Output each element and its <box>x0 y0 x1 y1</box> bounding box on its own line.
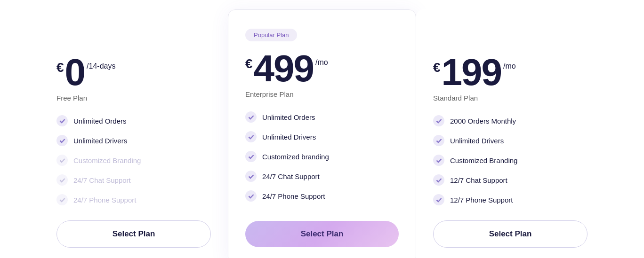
check-icon-1 <box>433 135 444 146</box>
feature-label-3: 24/7 Chat Support <box>262 172 320 180</box>
popular-badge: Popular Plan <box>245 29 297 41</box>
feature-item-0: Unlimited Orders <box>245 111 399 123</box>
currency: € <box>56 60 64 75</box>
check-icon-2 <box>433 155 444 166</box>
feature-item-3: 24/7 Chat Support <box>245 171 399 182</box>
feature-label-2: Customized Branding <box>73 156 141 164</box>
check-icon-1 <box>245 131 257 142</box>
feature-item-2: Customized Branding <box>433 155 588 166</box>
feature-label-0: Unlimited Orders <box>262 113 315 121</box>
feature-item-3: 12/7 Chat Support <box>433 174 588 186</box>
plan-card-enterprise: Popular Plan € 499 /mo Enterprise Plan U… <box>228 9 416 258</box>
feature-label-3: 12/7 Chat Support <box>450 176 507 184</box>
features-list: Unlimited Orders Unlimited Drivers Custo… <box>245 111 399 206</box>
feature-item-2: Customized Branding <box>56 155 211 166</box>
check-icon-0 <box>245 111 257 123</box>
check-icon-4 <box>433 194 444 205</box>
period: /14-days <box>87 62 115 70</box>
feature-item-3: 24/7 Chat Support <box>56 174 211 186</box>
select-plan-button[interactable]: Select Plan <box>433 220 588 248</box>
check-icon-1 <box>56 135 68 146</box>
amount: 499 <box>254 50 314 87</box>
feature-item-2: Customized branding <box>245 151 399 162</box>
currency: € <box>245 56 253 71</box>
check-icon-2 <box>245 151 257 162</box>
check-icon-0 <box>433 115 444 126</box>
feature-item-1: Unlimited Drivers <box>56 135 211 146</box>
plan-card-standard: € 199 /mo Standard Plan 2000 Orders Mont… <box>416 9 604 258</box>
currency: € <box>433 60 441 75</box>
features-list: Unlimited Orders Unlimited Drivers Custo… <box>56 115 211 205</box>
feature-item-1: Unlimited Drivers <box>433 135 588 146</box>
feature-item-0: Unlimited Orders <box>56 115 211 126</box>
feature-label-0: Unlimited Orders <box>73 117 127 125</box>
check-icon-3 <box>245 171 257 182</box>
plan-name: Free Plan <box>56 94 211 102</box>
price-row: € 199 /mo <box>433 54 588 91</box>
feature-item-4: 12/7 Phone Support <box>433 194 588 205</box>
check-icon-2 <box>56 155 68 166</box>
amount: 0 <box>65 54 85 91</box>
price-row: € 499 /mo <box>245 50 399 87</box>
period: /mo <box>503 62 516 70</box>
feature-label-2: Customized Branding <box>450 156 517 164</box>
amount: 199 <box>442 54 501 91</box>
check-icon-4 <box>56 194 68 205</box>
period: /mo <box>315 58 328 67</box>
feature-label-4: 12/7 Phone Support <box>450 196 513 204</box>
feature-item-1: Unlimited Drivers <box>245 131 399 142</box>
feature-label-0: 2000 Orders Monthly <box>450 117 516 125</box>
plan-name: Enterprise Plan <box>245 90 399 98</box>
features-list: 2000 Orders Monthly Unlimited Drivers Cu… <box>433 115 588 205</box>
check-icon-0 <box>56 115 68 126</box>
feature-item-4: 24/7 Phone Support <box>245 190 399 202</box>
feature-label-1: Unlimited Drivers <box>73 137 127 145</box>
feature-label-1: Unlimited Drivers <box>450 137 504 145</box>
feature-label-3: 24/7 Chat Support <box>73 176 131 184</box>
feature-label-1: Unlimited Drivers <box>262 133 316 141</box>
feature-label-2: Customized branding <box>262 153 329 161</box>
check-icon-4 <box>245 190 257 202</box>
feature-label-4: 24/7 Phone Support <box>262 192 325 200</box>
feature-label-4: 24/7 Phone Support <box>73 196 136 204</box>
price-row: € 0 /14-days <box>56 54 211 91</box>
select-plan-button[interactable]: Select Plan <box>245 221 399 247</box>
feature-item-0: 2000 Orders Monthly <box>433 115 588 126</box>
plan-name: Standard Plan <box>433 94 588 102</box>
plan-card-free: € 0 /14-days Free Plan Unlimited Orders … <box>40 9 228 258</box>
select-plan-button[interactable]: Select Plan <box>56 220 211 248</box>
feature-item-4: 24/7 Phone Support <box>56 194 211 205</box>
plans-container: € 0 /14-days Free Plan Unlimited Orders … <box>9 9 635 258</box>
check-icon-3 <box>56 174 68 186</box>
check-icon-3 <box>433 174 444 186</box>
